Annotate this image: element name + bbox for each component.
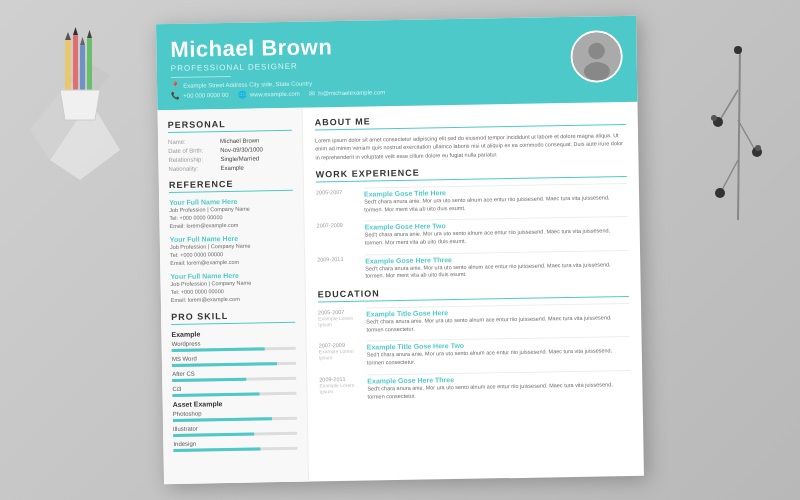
- education-description: Sed't chara anura anie. Mor ura uto sent…: [367, 347, 630, 367]
- contact-address: Example Street Address City side, State …: [183, 81, 312, 89]
- work-item: 2005-2007 Example Gose Title Here Sed't …: [316, 183, 627, 215]
- personal-value: Michael Brown: [220, 138, 259, 145]
- proskill-section-title: PRO SKILL: [171, 310, 295, 325]
- resume-body: PERSONAL Name:Michael BrownDate of Birth…: [158, 102, 644, 484]
- ref-email: Email: lorem@example.com: [171, 295, 295, 305]
- skill-group1-title: Example: [171, 329, 295, 338]
- skill-bar-bg: [173, 417, 297, 422]
- skill-bar-fill: [172, 363, 277, 368]
- skill-name: Indesign: [173, 439, 297, 447]
- work-section-title: WORK EXPERIENCE: [316, 164, 627, 182]
- skill-item: Ci3: [172, 384, 296, 397]
- skill-item: Wordpress: [172, 339, 296, 352]
- education-date: 2007-2009Example Lorem Ipsum: [319, 341, 359, 368]
- skill-bar-fill: [172, 393, 259, 398]
- personal-fields: Name:Michael BrownDate of Birth:Nov-09/3…: [168, 137, 293, 172]
- svg-point-20: [755, 145, 761, 151]
- svg-line-14: [722, 160, 738, 190]
- personal-label: Relationship:: [168, 156, 216, 163]
- phone-icon: 📞: [171, 92, 180, 100]
- skill-bar-fill: [173, 418, 272, 423]
- education-item: 2005-2007Example Lorem Ipsum Example Tit…: [318, 303, 629, 335]
- skill-item: Indesign: [173, 439, 297, 452]
- skill-group2-title: Asset Example: [173, 399, 297, 408]
- skills-group1: Wordpress MS Word After CS Ci3: [172, 339, 297, 397]
- resume-header: Michael Brown Professional Designer 📍 Ex…: [156, 16, 637, 111]
- ref-email: Email: lorem@example.com: [169, 220, 293, 230]
- education-content: Example Title Gose Here Sed't chara anur…: [366, 303, 629, 334]
- work-date: 2005-2007: [316, 188, 356, 215]
- svg-line-12: [720, 90, 738, 120]
- svg-marker-7: [65, 32, 71, 40]
- skill-item: Photoshop: [173, 409, 297, 422]
- skill-bar-fill: [172, 348, 265, 353]
- skill-item: MS Word: [172, 354, 296, 367]
- personal-value: Example: [220, 165, 243, 171]
- personal-row: Relationship:Single/Married: [168, 155, 292, 163]
- skill-bar-fill: [172, 378, 246, 382]
- contact-website: www.example.com: [250, 91, 300, 98]
- about-section-title: ABOUT ME: [315, 112, 626, 130]
- work-list: 2005-2007 Example Gose Title Here Sed't …: [316, 183, 629, 282]
- skill-bar-fill: [173, 433, 254, 437]
- skill-bar-fill: [173, 448, 260, 453]
- location-icon: 📍: [171, 82, 180, 90]
- reference-item: Your Full Name Here Job Profession | Com…: [170, 271, 295, 304]
- email-icon: ✉: [309, 90, 315, 98]
- web-icon: 🌐: [238, 91, 247, 99]
- reference-list: Your Full Name Here Job Profession | Com…: [169, 197, 295, 304]
- personal-row: Date of Birth:Nov-09/30/1000: [168, 146, 292, 154]
- work-description: Sed't chara anura anie. Mor ura uto sent…: [364, 194, 627, 214]
- work-content: Example Gose Title Here Sed't chara anur…: [364, 183, 627, 214]
- skill-item: After CS: [172, 369, 296, 382]
- skill-name: After CS: [172, 369, 296, 377]
- skill-name: MS Word: [172, 354, 296, 362]
- skill-bar-bg: [173, 447, 297, 452]
- skills-group2: Photoshop Illustrator Indesign: [173, 409, 298, 452]
- reference-item: Your Full Name Here Job Profession | Com…: [170, 234, 295, 267]
- skill-name: Ci3: [172, 384, 296, 392]
- contact-phone: +00 000 0000 00: [183, 92, 228, 99]
- svg-point-17: [715, 188, 725, 198]
- ref-email: Email: lorem@example.com: [170, 257, 294, 267]
- work-description: Sed't chara anura anie. Mor ura uto sent…: [365, 227, 628, 247]
- header-contact: 📍 Example Street Address City side, Stat…: [171, 75, 561, 100]
- header-divider: [171, 76, 231, 78]
- decoration-left: [20, 20, 140, 180]
- skill-bar-bg: [172, 362, 296, 367]
- personal-row: Name:Michael Brown: [168, 137, 292, 145]
- svg-rect-5: [80, 45, 85, 90]
- reference-section-title: REFERENCE: [169, 178, 293, 193]
- about-text: Lorem ipsum dolor sit amet consectetur a…: [315, 131, 626, 161]
- work-content: Example Gose Here Three Sed't chara anur…: [365, 250, 628, 281]
- work-date: 2007-2009: [316, 221, 356, 248]
- svg-point-19: [711, 115, 717, 121]
- work-date: 2009-2011: [317, 254, 357, 281]
- skill-bar-bg: [172, 347, 296, 352]
- svg-rect-6: [87, 38, 92, 90]
- decoration-right: [700, 40, 780, 240]
- education-content: Example Title Gose Here Two Sed't chara …: [367, 336, 630, 367]
- education-item: 2007-2009Example Lorem Ipsum Example Tit…: [319, 336, 630, 368]
- work-item: 2009-2011 Example Gose Here Three Sed't …: [317, 250, 628, 282]
- skill-bar-bg: [173, 432, 297, 437]
- education-item: 2009-2011Example Lorem Ipsum Example Gos…: [319, 370, 630, 402]
- education-date: 2005-2007Example Lorem Ipsum: [318, 308, 358, 335]
- education-content: Example Gose Here Three Sed't chara anur…: [367, 370, 630, 401]
- work-content: Example Gose Here Two Sed't chara anura …: [364, 216, 627, 247]
- personal-section-title: PERSONAL: [168, 118, 292, 133]
- skill-name: Wordpress: [172, 339, 296, 347]
- skill-item: Illustrator: [173, 424, 297, 437]
- svg-line-13: [738, 120, 755, 150]
- personal-value: Single/Married: [220, 156, 259, 163]
- svg-line-11: [738, 50, 740, 220]
- education-date: 2009-2011Example Lorem Ipsum: [319, 375, 359, 402]
- svg-rect-3: [65, 40, 71, 95]
- contact-email: hi@michaelexample.com: [318, 89, 385, 96]
- svg-marker-9: [80, 37, 85, 45]
- candidate-photo: [570, 30, 623, 83]
- personal-label: Name:: [168, 138, 216, 145]
- svg-point-18: [734, 46, 742, 54]
- skill-bar-bg: [172, 377, 296, 382]
- personal-label: Date of Birth:: [168, 147, 216, 154]
